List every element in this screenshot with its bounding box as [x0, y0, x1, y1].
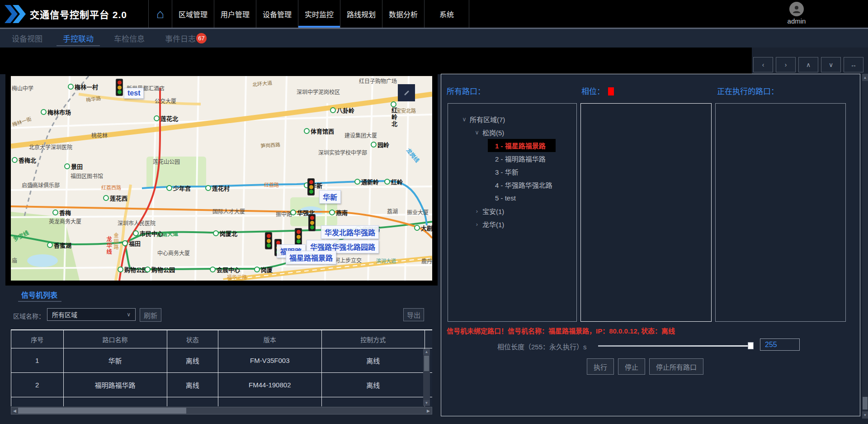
table-scroll-up-icon[interactable]: ▲	[423, 349, 430, 355]
scroll-right-icon[interactable]: ▶	[425, 407, 432, 414]
pan-button-1[interactable]: ›	[776, 57, 796, 72]
action-button-0[interactable]: 执行	[587, 358, 614, 375]
tree-node-8[interactable]: ›龙华(1)	[448, 218, 576, 231]
traffic-light-icon-3[interactable]	[265, 232, 272, 249]
phase-color-swatch	[608, 87, 614, 95]
map-station-4: 体育馆西	[304, 127, 334, 135]
chevron-down-icon[interactable]: ∨	[472, 129, 482, 136]
traffic-light-icon-2[interactable]	[308, 214, 316, 231]
map-station-18: 岗厦北	[213, 229, 237, 238]
phase-length-input[interactable]	[760, 338, 800, 351]
tree-node-label: 1 - 福星路福景路	[488, 139, 556, 152]
scroll-left-icon[interactable]: ◀	[11, 407, 18, 414]
chevron-right-icon[interactable]: ›	[472, 221, 482, 228]
table-scrollbar[interactable]: ▲ ▼	[423, 349, 430, 406]
phase-label: 相位：	[581, 85, 614, 96]
map-place-0: 梅山中学	[12, 84, 33, 92]
table-row-1[interactable]: 2福明路福华路离线FM44-190802离线离线	[11, 373, 433, 397]
signal-name-label-2[interactable]: 华发北路华强路	[321, 225, 379, 239]
table-row-2[interactable]: 3福星路福景路离线未知离线离线	[11, 397, 433, 407]
table-header-row: 序号路口名称状态版本控制方式路口时间	[11, 330, 433, 348]
pan-button-4[interactable]: ↔	[844, 57, 863, 72]
executing-list-box[interactable]	[715, 103, 846, 322]
nav-item-2[interactable]: 设备管理	[256, 0, 298, 28]
signal-table: 序号路口名称状态版本控制方式路口时间1华新离线FM-V35F003离线离线2福明…	[11, 330, 432, 406]
nav-item-0[interactable]: 区域管理	[172, 0, 214, 28]
pan-button-2[interactable]: ∧	[798, 57, 818, 72]
table-hscrollbar[interactable]: ◀ ▶	[11, 407, 432, 414]
map-place-2: 红日子购物广场	[359, 77, 397, 85]
tree-node-2[interactable]: 1 - 福星路福景路	[448, 139, 576, 152]
map-road-label-7: 福华三路	[227, 273, 247, 281]
pan-button-0[interactable]: ‹	[753, 57, 773, 72]
map-place-10: 福田区图书馆	[71, 172, 103, 180]
tab-3[interactable]: 事件日志67	[165, 29, 207, 48]
tree-node-6[interactable]: 5 - test	[448, 191, 576, 205]
traffic-light-icon-5[interactable]	[295, 228, 302, 245]
chevron-down-icon[interactable]: ∨	[459, 116, 470, 123]
map-station-26: 岗厦	[254, 265, 273, 274]
home-icon[interactable]: ⌂	[148, 0, 172, 28]
nav-item-4[interactable]: 路线规划	[340, 0, 382, 28]
map-place-9: 深圳实验学校中学部	[318, 148, 367, 156]
region-select[interactable]: 所有区域 ∨	[47, 308, 136, 321]
map-draw-tool-button[interactable]	[398, 84, 415, 101]
user-menu[interactable]: admin	[783, 2, 810, 25]
signal-name-label-5[interactable]: 福星路福景路	[286, 251, 336, 264]
table-scrollbar-thumb[interactable]	[424, 356, 429, 371]
phase-length-label: 相位长度（255：永久执行）s	[497, 342, 587, 351]
map-station-22: 大剧院	[414, 224, 432, 232]
tab-0[interactable]: 设备视图	[12, 29, 42, 48]
tab-2[interactable]: 车检信息	[114, 29, 145, 48]
nav-item-1[interactable]: 用户管理	[214, 0, 256, 28]
map-station-14: 香梅	[52, 208, 71, 217]
tree-node-label: 所有区域(7)	[470, 114, 505, 124]
map-station-7: 景田	[64, 162, 83, 171]
city-map[interactable]: 梅山中学新世界都汇酒店红日子购物广场深圳中学泥岗校区公交大厦桃花林建设集团大厦北…	[11, 76, 432, 281]
map-place-11: 启盛高球俱乐部	[22, 181, 60, 189]
refresh-button[interactable]: 刷新	[140, 308, 161, 322]
traffic-light-icon-1[interactable]	[307, 178, 315, 195]
tab-1[interactable]: 手控联动	[63, 29, 94, 48]
action-button-1[interactable]: 停止	[618, 358, 645, 375]
nav-item-5[interactable]: 数据分析	[382, 0, 424, 28]
traffic-light-icon-0[interactable]	[116, 79, 123, 96]
export-button[interactable]: 导出	[403, 308, 424, 321]
scroll-up-icon[interactable]: ▲	[862, 74, 868, 81]
nav-item-3[interactable]: 实时监控	[298, 0, 340, 28]
action-button-2[interactable]: 停止所有路口	[649, 358, 703, 375]
map-place-3: 深圳中学泥岗校区	[297, 88, 340, 95]
tree-node-0[interactable]: ∨所有区域(7)	[448, 113, 576, 126]
signal-name-label-0[interactable]: test	[124, 88, 144, 99]
cell: FM-V35F003	[218, 348, 321, 373]
hscrollbar-thumb[interactable]	[18, 408, 186, 414]
map-place-16: 振业大厦	[407, 208, 429, 216]
nav-item-6[interactable]: 系统	[424, 0, 469, 28]
map-road-label-3: 笋岗西路	[260, 140, 280, 149]
tree-node-label: 龙华(1)	[482, 219, 504, 229]
cell: 华新	[63, 348, 167, 373]
map-station-24: 购物公园	[145, 265, 175, 274]
map-place-6: 建设集团大厦	[344, 131, 377, 139]
phase-list-box[interactable]	[580, 103, 712, 322]
slider-handle[interactable]	[748, 342, 754, 349]
pan-button-3[interactable]: ∨	[821, 57, 841, 72]
table-row-0[interactable]: 1华新离线FM-V35F003离线离线	[11, 348, 433, 373]
map-road-label-5: 红荔西路	[101, 184, 121, 191]
tree-node-7[interactable]: ›宝安(1)	[448, 205, 576, 218]
tree-node-3[interactable]: 2 - 福明路福华路	[448, 152, 576, 165]
scrollbar-thumb[interactable]	[863, 397, 868, 410]
region-select-value: 所有区域	[52, 310, 77, 319]
phase-length-slider[interactable]	[598, 345, 752, 347]
page-scrollbar[interactable]: ▲ ▼	[862, 74, 868, 419]
table-scroll-down-icon[interactable]: ▼	[423, 400, 430, 406]
tree-node-4[interactable]: 3 - 华新	[448, 165, 576, 178]
map-station-6: 香梅北	[12, 156, 36, 164]
chevron-right-icon[interactable]: ›	[472, 208, 482, 214]
signal-name-label-1[interactable]: 华新	[319, 190, 341, 204]
column-header-3: 版本	[218, 330, 321, 348]
scroll-down-icon[interactable]: ▼	[862, 411, 868, 419]
tree-node-1[interactable]: ∨松岗(5)	[448, 126, 576, 139]
tree-node-5[interactable]: 4 - 华强路华强北路	[448, 178, 576, 191]
map-station-27: 红岭北	[390, 101, 398, 128]
